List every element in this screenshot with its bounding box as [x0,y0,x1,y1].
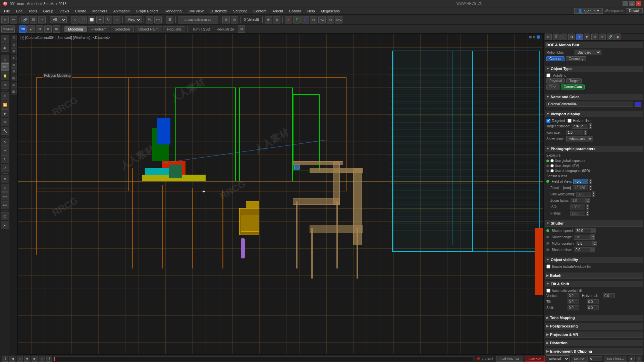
fstop-up[interactable]: ▲ [586,210,589,213]
bind-space-warp[interactable]: ~ [38,16,46,23]
vp-corner-icon[interactable]: ⊞ ⊠ 🔵 [529,35,540,39]
rp-panel2-btn[interactable]: ◨ [568,34,575,40]
snap-settings[interactable]: ⊕ [273,16,280,23]
selected-dropdown[interactable]: Selected [546,355,570,362]
target-btn[interactable]: Target [566,78,582,83]
anim-prev-frame[interactable]: ◁ [17,356,23,362]
menu-animation[interactable]: Animation [111,8,132,14]
lt-geometry-btn[interactable]: ◉ [1,44,9,52]
target-dist-spinner[interactable]: ▲ ▼ [589,123,592,129]
isolate-btn[interactable]: ◎ [231,16,238,23]
shutter-speed-spinner[interactable]: ▲ ▼ [592,228,596,233]
iso-spinner[interactable]: ▲ ▼ [586,204,589,209]
focal-input[interactable] [573,185,588,190]
viewport[interactable]: [+] [CoronaCamera004] [Standard] [Wirefr… [17,34,543,355]
focal-down[interactable]: ▼ [589,188,592,190]
close2-btn[interactable]: ✕ [44,25,52,33]
name-color-title[interactable]: ▼ Name and Color [545,94,643,100]
tab-populate[interactable]: Populate [163,26,185,32]
tab-modeling[interactable]: Modeling [64,26,87,32]
physical-btn[interactable]: Physical [546,78,565,83]
object-color-swatch[interactable] [635,102,641,107]
object-name-input[interactable] [546,102,633,107]
cleaner-btn[interactable]: Cleaner [1,25,15,33]
select-region-btn[interactable]: ⬚ [79,16,87,23]
zoom-down[interactable]: ▼ [586,200,590,203]
film-spinner[interactable]: ▲ ▼ [592,191,595,197]
shift-input2[interactable] [587,305,599,310]
menu-create[interactable]: Create [72,8,89,14]
shutter-angle-up[interactable]: ▲ [591,234,595,237]
settings2-btn[interactable]: ⚙ [36,25,43,33]
lt2-btn4[interactable]: ≡ [11,55,17,61]
rp-render-btn[interactable]: ▣ [614,34,621,40]
tilt-input[interactable] [568,299,579,304]
anim-next-key[interactable]: ⟫ [46,356,52,362]
distortion-title[interactable]: ▶ Distortion [545,340,643,346]
paint-brush-btn[interactable]: 🖌 [28,25,35,33]
fov-up[interactable]: ▲ [589,179,592,181]
rp-add-btn[interactable]: ⊕ [545,34,552,40]
fov-down[interactable]: ▼ [589,181,592,184]
viewport-display-title[interactable]: ▼ Viewport display [545,111,643,117]
anim-next-frame[interactable]: ▷ [39,356,45,362]
camera-btn[interactable]: Camera [546,56,565,61]
lt2-btn1[interactable]: ☰ [11,35,17,41]
shutter-speed-up[interactable]: ▲ [592,228,596,231]
shift-input[interactable] [568,305,579,310]
object-vis-title[interactable]: ▼ Object visibility [545,257,643,263]
rotate-btn[interactable]: ↻ [105,16,112,23]
lt-utility-btn[interactable]: 🔧 [1,127,9,135]
redo-btn[interactable]: ↪ [10,16,17,23]
icon-size-spinner[interactable]: ▲ ▼ [584,130,587,135]
select-region-2-btn[interactable]: ⬜ [88,16,95,23]
iso-up[interactable]: ▲ [586,204,589,207]
rp-gear-btn[interactable]: ⚙ [591,34,598,40]
use-simple-radio[interactable] [550,164,554,168]
y-axis-btn[interactable]: Y [293,16,301,23]
lt2-btn5[interactable]: ⊞ [11,62,17,68]
lt-display-btn[interactable]: 👁 [1,118,9,126]
mblur-spinner[interactable]: ▲ ▼ [593,241,597,246]
lt-snap-3d[interactable]: ⊕ [1,184,9,192]
tab-selection[interactable]: Selection [111,26,133,32]
iso-down[interactable]: ▼ [586,207,589,209]
signin-button[interactable]: 👤 Sign In ▾ [574,8,602,14]
lt2-btn8[interactable]: ▥ [11,82,17,88]
anim-play[interactable]: ▶ [32,356,38,362]
select-filter-dropdown[interactable]: All [50,16,67,23]
lt-rotate-obj[interactable]: ↻ [1,155,9,163]
rp-settings2-btn[interactable]: ⚙ [599,34,606,40]
shutter-offset-down[interactable]: ▼ [591,250,595,252]
rp-panel1-btn[interactable]: ◫ [560,34,567,40]
lt-light-btn[interactable]: 💡 [1,72,9,80]
maximize-btn[interactable]: □ [629,1,635,6]
view-mode-dropdown[interactable]: View [125,16,142,23]
x-axis-btn[interactable]: X [285,16,292,23]
vert-input[interactable] [568,293,579,298]
menu-corona[interactable]: Corona [286,8,304,14]
menu-content[interactable]: Content [251,8,269,14]
horiz-input[interactable] [603,293,615,298]
targeted-checkbox[interactable] [546,119,550,123]
lt-hierarchy-btn[interactable]: 🔀 [1,101,9,109]
grid-btn[interactable]: ⊞ [53,25,60,33]
lt-create-btn[interactable]: ⊕ [1,35,9,43]
layer-manager-btn[interactable]: ☰ [166,16,173,23]
free-btn[interactable]: Free [546,84,559,89]
target-dist-down[interactable]: ▼ [589,126,592,129]
shutter-angle-spinner[interactable]: ▲ ▼ [591,234,595,240]
anim-play-back[interactable]: ◀ [9,356,15,362]
mblur-down[interactable]: ▼ [593,243,597,246]
mirror-btn[interactable]: ⟺ [154,16,162,23]
zoom-up[interactable]: ▲ [586,198,590,200]
select-btn[interactable]: ↖ [71,16,78,23]
use-photo-radio[interactable] [550,169,554,173]
lt-helper-btn[interactable]: ✚ [1,81,9,89]
menu-views[interactable]: Views [57,8,72,14]
auto-key-btn[interactable]: Auto Key [525,356,545,362]
rp-link-btn[interactable]: 🔗 [607,34,613,40]
lt-polygon-btn[interactable]: ⬡ [1,212,9,220]
fstop-input[interactable] [570,211,585,216]
focal-spinner[interactable]: ▲ ▼ [589,185,592,190]
